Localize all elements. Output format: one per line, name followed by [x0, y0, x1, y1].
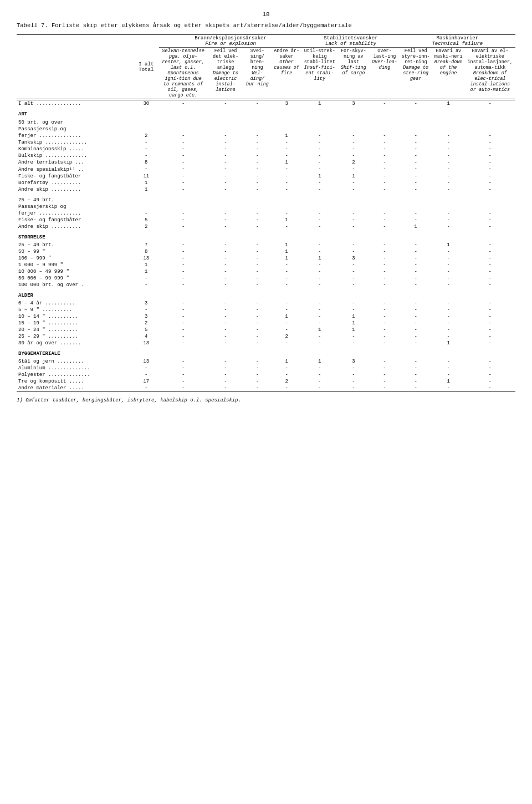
table-row: 100 – 999 " 13 - - - 1 1 3 - - - - [17, 255, 515, 262]
col12-main: Havari av el-elektriske instal-lasjoner,… [467, 48, 514, 70]
table-row: 100 000 brt. og over . - - - - - - - - -… [17, 282, 515, 288]
page-number: 18 [17, 11, 515, 18]
table-row: Stål og jern ......... 13 - - - 1 1 3 - … [17, 358, 515, 365]
group2-sub-header: Lack of stability [304, 41, 398, 47]
col-total-label: Total [139, 67, 154, 73]
table-row: Andre spesialskip¹⁾ .. - - - - - - - - -… [17, 166, 515, 173]
passasjer1-label: Passasjerskip og [17, 126, 134, 133]
table-row: Tre og kompositt ..... 17 - - - 2 - - - … [17, 378, 515, 385]
brt50-label: 50 brt. og over [17, 119, 515, 126]
col4-main: Feil ved det elek-triske anlegg [209, 48, 242, 70]
table-row: 15 – 19 " .......... 2 - - - - - 1 - - -… [17, 320, 515, 327]
main-title: Tabell 7. Forliste skip etter ulykkens å… [17, 22, 515, 29]
table-row: Andre tørrlastskip ... 8 - - - 1 - 2 - -… [17, 159, 515, 166]
col12-sub: Breakdown of elec-trical instal-lations … [467, 70, 514, 93]
col10-sub: Damage to stee-ring gear [401, 65, 431, 82]
table-row: 20 – 24 " .......... 5 - - - - 1 1 - - -… [17, 327, 515, 333]
table-row: ferjer .............. - - - - - - - - - … [17, 210, 515, 217]
table-row: Aluminium .............. - - - - - - - -… [17, 365, 515, 372]
table-row: 10 – 14 " .......... 3 - - - 1 - 1 - - -… [17, 313, 515, 320]
table-row: Tankskip .............. - - - - - - - - … [17, 139, 515, 146]
table-row: 0 – 4 år .......... 3 - - - - - - - - - … [17, 300, 515, 307]
col5-main: Svei-sing/ bren-ning [245, 48, 269, 70]
col3-sub: Spontaneous igni-tion due to remnants of… [161, 70, 206, 98]
table-row: ferjer .............. 2 - - - 1 - - - - … [17, 133, 515, 139]
table-row: 25 – 49 brt. 7 - - - 1 - - - - 1 - [17, 242, 515, 248]
table-row: Kombinasjonsskip ..... - - - - - - - - -… [17, 146, 515, 152]
subsection-50brt: 50 brt. og over [17, 119, 515, 126]
group2-main-header: Stabilitetsvansker [304, 35, 398, 41]
col3-main: Selvan-tennelse pga. olje-rester, gasser… [161, 48, 206, 70]
footnote: 1) Omfatter taubåter, bergingsbåter, isb… [17, 398, 515, 403]
group3-main-header: Maskinhavarier [401, 35, 514, 41]
table-row: 10 000 – 49 999 " 1 - - - - - - - - - - [17, 268, 515, 275]
table-row: Andre skip .......... 1 - - - - - - - - … [17, 186, 515, 193]
col11-main: Havari av maski-neri [434, 48, 463, 59]
table-row: 5 – 9 " .......... - - - - - - - - - - - [17, 307, 515, 313]
table-row: 50 000 – 99 999 " - - - - - - - - - - - [17, 275, 515, 282]
table-row: Andre skip .......... 2 - - - - - - - 1 … [17, 223, 515, 230]
col8-sub: Shif-ting of cargo [339, 65, 368, 76]
storrelse-label: STØRRELSE [17, 230, 515, 242]
table-row: 30 år og over ....... 13 - - - - - - - -… [17, 340, 515, 347]
section-25-49: 25 – 49 brt. [17, 193, 515, 203]
brt25-label: 25 – 49 brt. [17, 193, 515, 203]
col7-main: Util-strek-kelig stabi-litet [304, 48, 335, 65]
section-art: ART [17, 107, 515, 119]
group1-main-header: Brann/eksplosjonsårsaker [161, 35, 300, 41]
table-row: Borefartøy .......... 1 - - - - - - - - … [17, 180, 515, 186]
table-row: Polyester .............. - - - - - - - -… [17, 372, 515, 378]
row-i-alt-label: I alt ............... [17, 100, 134, 108]
main-table: I alt Total Brann/eksplosjonsårsaker Fir… [17, 34, 515, 392]
bygge-label: BYGGEMATERIALE [17, 347, 515, 358]
table-row: Fiske- og fangstbåter 5 - - - 1 - - - - … [17, 217, 515, 223]
section-alder: ALDER [17, 288, 515, 300]
col6-sub: Other causes of fire [273, 59, 300, 76]
passasjer2-label: Passasjerskip og [17, 203, 134, 210]
row-i-alt-total: 30 [134, 100, 159, 108]
group3-sub-header: Technical failure [401, 41, 514, 47]
table-row: 25 – 29 " .......... 4 - - - 2 - - - - -… [17, 333, 515, 340]
col-i-alt-label: I alt [139, 62, 154, 67]
table-row: I alt ............... 30 - - - 3 1 3 - -… [17, 100, 515, 108]
passasjer2-label-row: Passasjerskip og [17, 203, 515, 210]
col10-main: Feil ved styre-inn-ret-ning [401, 48, 431, 65]
section-byggemateriale: BYGGEMATERIALE [17, 347, 515, 358]
art-label: ART [17, 107, 515, 119]
col11-sub: Break-down of the engine [434, 59, 463, 76]
table-row: Andre materialer ..... - - - - - - - - -… [17, 385, 515, 392]
col7-sub: Insuf-fici-ent stabi-lity [304, 65, 335, 82]
col5-sub: Wel-ding/ bur-ning [245, 70, 269, 87]
col9-sub: Over-loa-ding [371, 59, 397, 70]
table-row: Fiske- og fangstbåter 11 - - - - 1 1 - -… [17, 173, 515, 180]
table-row: Bulkskip .............. - - - - - - - - … [17, 152, 515, 159]
alder-label: ALDER [17, 288, 515, 300]
col9-main: Over-last-ing [371, 48, 397, 59]
col4-sub: Damage to electric instal-lations [209, 70, 242, 93]
table-row: 50 – 99 " 8 - - - 1 - - - - - - [17, 248, 515, 255]
section-storrelse: STØRRELSE [17, 230, 515, 242]
group1-sub-header: Fire or explosion [161, 41, 300, 47]
col6-main: Andre år-saker [273, 48, 300, 59]
passasjer-label-row: Passasjerskip og [17, 126, 515, 133]
col8-main: For-skyv-ning av last [339, 48, 368, 65]
table-row: 1 000 – 9 999 " 1 - - - - - - - - - - [17, 262, 515, 268]
